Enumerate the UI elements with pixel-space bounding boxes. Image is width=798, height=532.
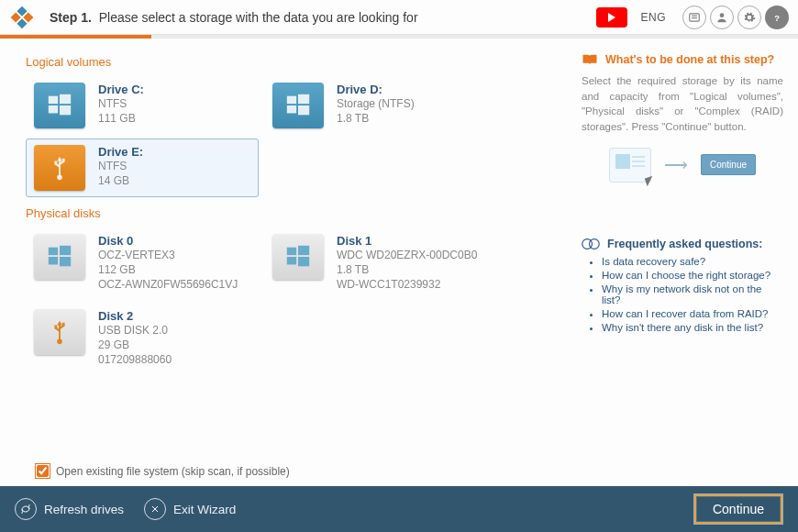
faq-item[interactable]: Is data recovery safe? [602,256,783,267]
drive-icon [34,83,85,128]
progress-bar [0,35,798,39]
physical-disks-grid: Disk 0OCZ-VERTEX3112 GBOCZ-AWNZ0FW55696C… [26,226,574,375]
svg-rect-0 [17,6,27,16]
faq-item[interactable]: Why is my network disk not on the list? [602,283,783,305]
svg-rect-26 [298,257,309,266]
svg-rect-28 [59,323,61,341]
usb-disk-icon [34,309,85,355]
volume-size: 14 GB [98,173,143,188]
svg-point-7 [720,13,725,17]
account-icon[interactable] [710,6,734,29]
faq-title: Frequently asked questions: [582,238,783,250]
svg-rect-18 [59,160,61,178]
svg-rect-19 [49,248,58,255]
svg-rect-1 [23,12,33,22]
open-existing-label: Open existing file system (skip scan, if… [56,465,290,478]
logical-volumes-grid: Drive C:NTFS111 GBDrive D:Storage (NTFS)… [26,74,574,199]
physical-disk-card[interactable]: Disk 0OCZ-VERTEX3112 GBOCZ-AWNZ0FW55696C… [26,227,259,299]
svg-rect-14 [298,94,309,104]
disk-name: Disk 2 [98,309,172,323]
continue-button[interactable]: Continue [693,493,783,525]
hard-disk-icon [272,234,324,280]
svg-rect-23 [287,248,296,255]
step-description: Please select a storage with the data yo… [99,10,418,25]
physical-disks-title: Physical disks [26,206,574,220]
arrow-right-icon: ⟶ [664,155,688,175]
disk-name: Disk 1 [337,234,477,248]
volume-name: Drive D: [337,83,415,96]
svg-rect-24 [298,246,309,255]
disk-size: 29 GB [98,338,172,352]
svg-point-30 [589,238,599,249]
sidebar: What's to be done at this step? Select t… [582,39,798,470]
disk-name: Disk 0 [98,234,238,248]
volume-size: 111 GB [98,111,144,126]
open-existing-checkbox[interactable] [37,465,49,477]
svg-rect-16 [298,105,309,115]
svg-rect-20 [60,246,71,255]
svg-rect-22 [60,257,71,266]
open-existing-checkbox-row[interactable]: Open existing file system (skip scan, if… [35,463,290,479]
volume-fs: NTFS [98,96,144,111]
disk-size: 1.8 TB [337,262,477,277]
volume-name: Drive E: [98,145,143,159]
refresh-drives-button[interactable]: Refresh drives [15,498,124,520]
svg-rect-25 [287,257,296,264]
svg-rect-15 [287,105,296,113]
svg-rect-10 [60,94,71,104]
main-area: Logical volumes Drive C:NTFS111 GBDrive … [0,39,798,470]
drive-icon [272,83,324,128]
volume-fs: NTFS [98,159,143,173]
step-number: Step 1. [50,10,92,25]
disk-model: USB DISK 2.0 [98,323,172,338]
hint-text: Select the required storage by its name … [582,73,783,135]
exit-wizard-button[interactable]: Exit Wizard [144,498,236,520]
usb-drive-icon [34,145,85,191]
topbar: Step 1. Please select a storage with the… [0,0,798,35]
faq-item[interactable]: Why isn't there any disk in the list? [602,322,783,333]
settings-icon[interactable] [737,6,761,29]
hint-disk-icon [609,148,651,183]
volume-size: 1.8 TB [337,111,415,126]
svg-rect-13 [287,96,296,104]
youtube-icon[interactable] [596,7,627,28]
disk-serial: 017209888060 [98,352,172,367]
faq-list: Is data recovery safe?How can I choose t… [582,256,783,333]
help-icon[interactable]: ? [765,6,789,29]
close-icon [144,498,166,520]
physical-disk-card[interactable]: Disk 1WDC WD20EZRX-00DC0B01.8 TBWD-WCC1T… [264,227,497,299]
logical-volume-card[interactable]: Drive E:NTFS14 GB [26,139,259,197]
svg-rect-9 [49,96,58,104]
disk-size: 112 GB [98,262,238,277]
volume-name: Drive C: [98,83,144,96]
news-icon[interactable] [682,6,706,29]
faq-item[interactable]: How can I recover data from RAID? [602,308,783,319]
svg-rect-3 [17,18,27,28]
disk-serial: OCZ-AWNZ0FW55696C1VJ [98,277,238,292]
faq-icon [582,238,600,250]
refresh-icon [15,498,37,520]
logical-volume-card[interactable]: Drive D:Storage (NTFS)1.8 TB [264,76,497,135]
physical-disk-card[interactable]: Disk 2USB DISK 2.029 GB017209888060 [26,303,259,374]
book-icon [582,53,598,66]
hard-disk-icon [34,234,85,280]
hint-title: What's to be done at this step? [582,53,783,66]
app-logo-icon [9,5,35,30]
hint-continue-button: Continue [701,154,756,175]
svg-text:?: ? [774,13,780,22]
faq-item[interactable]: How can I choose the right storage? [602,270,783,281]
footer: Refresh drives Exit Wizard Continue [0,486,798,532]
volume-fs: Storage (NTFS) [337,96,415,111]
language-button[interactable]: ENG [640,11,666,24]
logical-volume-card[interactable]: Drive C:NTFS111 GB [26,76,259,135]
hint-diagram: ⟶ Continue [582,148,783,183]
svg-rect-2 [11,12,21,22]
svg-rect-21 [49,257,58,264]
disk-model: OCZ-VERTEX3 [98,248,238,262]
disk-serial: WD-WCC1T0239932 [337,277,477,292]
svg-rect-12 [60,105,71,115]
disk-model: WDC WD20EZRX-00DC0B0 [337,248,477,262]
logical-volumes-title: Logical volumes [26,55,574,69]
storage-list: Logical volumes Drive C:NTFS111 GBDrive … [0,39,582,470]
svg-rect-11 [49,105,58,113]
